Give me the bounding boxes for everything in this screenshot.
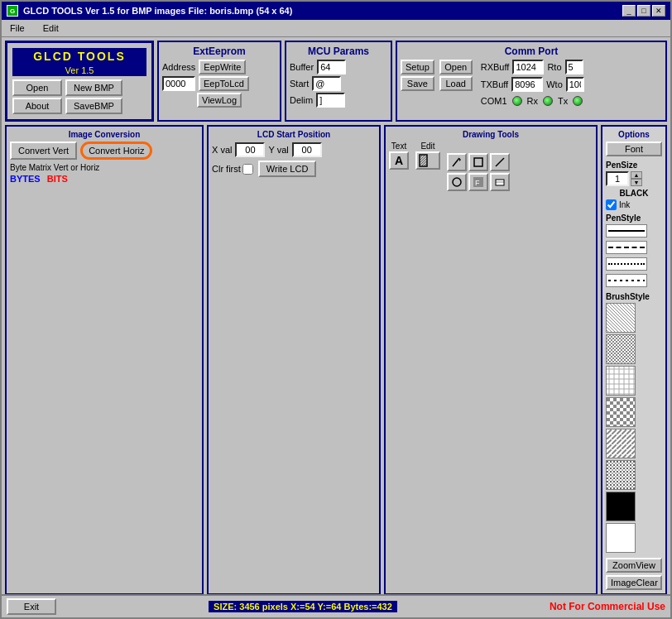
address-label: Address (162, 62, 195, 72)
brush-pattern-5 (607, 429, 635, 458)
maximize-button[interactable]: □ (637, 5, 650, 17)
fill-icon: F (473, 176, 484, 188)
comm-title: Comm Port (401, 46, 662, 57)
eraser-icon (494, 176, 506, 188)
brush-3[interactable] (606, 366, 636, 396)
menu-bar: File Edit (2, 20, 670, 37)
save-bmp-button[interactable]: SaveBMP (65, 98, 122, 114)
black-label: BLACK (606, 189, 662, 198)
glcd-title: GLCD TOOLS (12, 48, 146, 65)
comm-panel: Comm Port Setup Save Open Load RXBuff (396, 41, 667, 122)
zoom-view-button[interactable]: ZoomView (606, 558, 662, 573)
pencil-tool-button[interactable] (447, 153, 467, 171)
rx-label: Rx (527, 96, 538, 106)
glcd-panel: GLCD TOOLS Ver 1.5 Open New BMP About Sa… (5, 41, 154, 122)
glcd-version: Ver 1.5 (12, 65, 146, 76)
pen-size-section: PenSize ▲ ▼ (606, 160, 662, 186)
brush-4[interactable] (606, 397, 636, 427)
y-val-input[interactable] (292, 142, 322, 157)
pen-style-label: PenStyle (606, 214, 662, 223)
pen-size-spinner: ▲ ▼ (631, 171, 642, 186)
address-input[interactable] (162, 76, 195, 91)
pen-style-2[interactable] (606, 241, 647, 254)
rxbuff-input[interactable] (512, 60, 544, 74)
pen-style-buttons (606, 224, 662, 289)
brush-pattern-4 (607, 398, 635, 426)
pen-size-down[interactable]: ▼ (631, 179, 642, 186)
convert-vert-button[interactable]: Convert Vert (10, 142, 77, 160)
window-title: GLCD TOOLS Ver 1.5 for BMP images File: … (23, 6, 292, 16)
x-val-input[interactable] (235, 142, 265, 157)
brush-8[interactable] (606, 523, 636, 553)
main-content: GLCD TOOLS Ver 1.5 Open New BMP About Sa… (2, 37, 670, 594)
close-button[interactable]: ✕ (652, 5, 665, 17)
pen-size-up[interactable]: ▲ (631, 171, 642, 179)
brush-5[interactable] (606, 429, 636, 458)
ellipse-tool-button[interactable] (447, 173, 467, 191)
svg-rect-26 (607, 398, 635, 426)
ellipse-icon (451, 176, 463, 188)
delim-input[interactable] (316, 93, 345, 108)
bits-label: BITS (47, 174, 68, 184)
brush-style-buttons (606, 303, 662, 553)
title-bar-left: G GLCD TOOLS Ver 1.5 for BMP images File… (7, 5, 292, 17)
lcd-pos-title: LCD Start Position (212, 130, 376, 139)
txbuff-input[interactable] (511, 77, 543, 92)
buffer-label: Buffer (290, 62, 314, 72)
fill-tool-button[interactable]: F (468, 173, 488, 191)
image-clear-button[interactable]: ImageClear (606, 575, 662, 590)
eep-write-button[interactable]: EepWrite (199, 60, 246, 74)
convert-horiz-button[interactable]: Convert Horiz (85, 145, 147, 156)
ink-checkbox[interactable] (606, 199, 617, 210)
edit-tool-button[interactable] (415, 151, 440, 170)
byte-matrix-label: Byte Matrix Vert or Horiz (10, 163, 99, 172)
options-title: Options (606, 130, 662, 139)
exit-button[interactable]: Exit (7, 598, 56, 615)
comm-save-button[interactable]: Save (401, 76, 434, 91)
edit-icon (419, 154, 437, 167)
wto-input[interactable] (566, 77, 584, 92)
pen-size-input[interactable] (606, 171, 629, 186)
rx-led (543, 96, 553, 106)
pen-style-3[interactable] (606, 257, 647, 271)
rect-tool-button[interactable] (468, 153, 488, 171)
menu-edit[interactable]: Edit (38, 22, 64, 35)
edit-label: Edit (420, 142, 434, 151)
menu-file[interactable]: File (5, 22, 30, 35)
x-val-label: X val (212, 145, 232, 155)
comm-load-button[interactable]: Load (439, 76, 473, 91)
minimize-button[interactable]: _ (622, 5, 636, 17)
clr-first-checkbox[interactable] (242, 164, 253, 175)
y-val-label: Y val (268, 145, 288, 155)
pen-size-label: PenSize (606, 161, 637, 170)
commercial-text: Not For Commercial Use (550, 601, 665, 612)
brush-1[interactable] (606, 303, 636, 333)
text-char: A (395, 154, 403, 167)
new-bmp-button[interactable]: New BMP (65, 79, 122, 96)
eraser-tool-button[interactable] (490, 173, 510, 191)
eep-to-lcd-button[interactable]: EepToLcd (199, 76, 249, 91)
brush-2[interactable] (606, 334, 636, 364)
setup-button[interactable]: Setup (401, 60, 434, 74)
write-lcd-button[interactable]: Write LCD (258, 161, 317, 177)
eeprom-panel: ExtEeprom Address EepWrite EepToLcd View… (157, 41, 281, 122)
rxbuff-label: RXBuff (481, 62, 510, 72)
line-tool-button[interactable] (490, 153, 510, 171)
text-tool-button[interactable]: A (389, 151, 409, 170)
brush-7[interactable] (606, 492, 636, 521)
pen-style-1[interactable] (606, 224, 647, 238)
rto-input[interactable] (565, 60, 583, 74)
buffer-input[interactable] (317, 60, 346, 74)
about-button[interactable]: About (12, 98, 62, 114)
pen-style-4[interactable] (606, 274, 647, 287)
comm-open-button[interactable]: Open (439, 60, 473, 74)
svg-marker-4 (459, 158, 461, 161)
wto-label: Wto (546, 79, 563, 89)
view-log-button[interactable]: ViewLog (197, 93, 242, 108)
brush-6[interactable] (606, 460, 636, 490)
font-button[interactable]: Font (606, 142, 662, 156)
second-row: Image Conversion Convert Vert Convert Ho… (5, 125, 667, 594)
status-bar: Exit SIZE: 3456 pixels X:=54 Y:=64 Bytes… (2, 594, 670, 617)
open-button[interactable]: Open (12, 79, 62, 96)
start-input[interactable] (312, 76, 341, 91)
